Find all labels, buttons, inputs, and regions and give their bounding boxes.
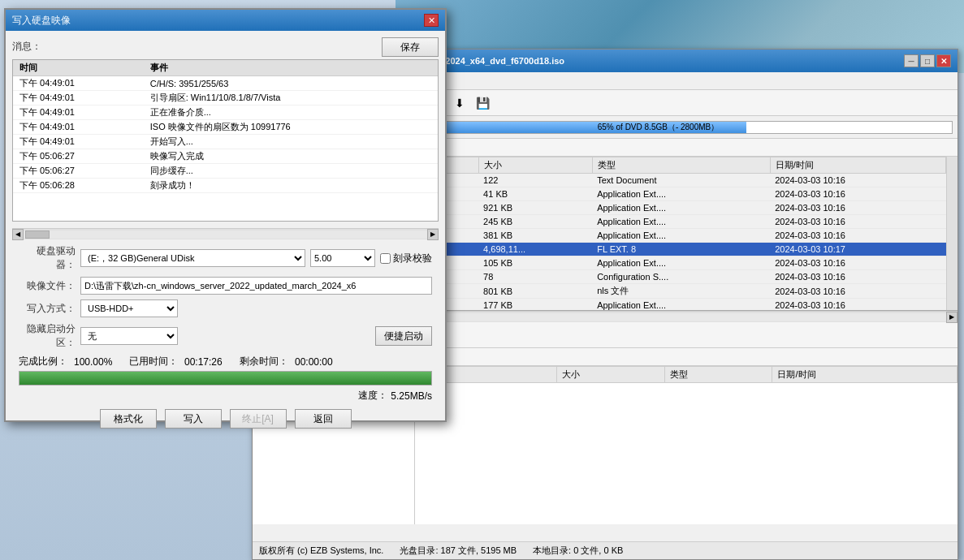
- return-button[interactable]: 返回: [295, 409, 352, 429]
- log-event: 正在准备介质...: [144, 106, 438, 120]
- dialog-titlebar: 写入硬盘映像 ✕: [6, 10, 445, 31]
- file-date: 2024-03-03 10:16: [770, 270, 945, 284]
- log-row: 下午 04:49:01C/H/S: 3951/255/63: [13, 76, 438, 91]
- image-input[interactable]: [80, 277, 432, 295]
- write-method-select[interactable]: USB-HDD+: [80, 299, 178, 317]
- progress-value: 100.00%: [74, 356, 123, 368]
- log-event: ISO 映像文件的扇区数为 10991776: [144, 120, 438, 135]
- file-size: 381 KB: [478, 229, 592, 243]
- log-event: 同步缓存...: [144, 164, 438, 179]
- file-date: 2024-03-03 10:16: [770, 187, 945, 201]
- messages-section: 消息： 保存 时间 事件 下午 04:49:01C/H/S: 3951/255/…: [12, 37, 439, 222]
- drive-select[interactable]: (E:，32 GB)General UDisk: [80, 249, 305, 267]
- file-date: 2024-03-03 10:16: [770, 215, 945, 229]
- col-header-type: 类型: [592, 157, 770, 174]
- log-row: 下午 04:49:01开始写入...: [13, 135, 438, 149]
- hide-partition-row: 隐藏启动分区： 无 便捷启动: [19, 322, 432, 350]
- time-remain-label: 剩余时间：: [240, 355, 288, 368]
- scroll-right[interactable]: ▶: [946, 312, 958, 323]
- file-date: 2024-03-03 10:16: [770, 284, 945, 299]
- msg-scroll-right[interactable]: ▶: [427, 229, 439, 240]
- verify-checkbox[interactable]: [380, 253, 391, 264]
- version-select[interactable]: 5.00: [310, 249, 375, 267]
- write-method-row: 写入方式： USB-HDD+: [19, 299, 432, 317]
- dialog-progress-bar: [19, 371, 432, 386]
- file-type: Application Ext....: [592, 215, 770, 229]
- file-size: 105 KB: [478, 256, 592, 270]
- log-row: 下午 05:06:28刻录成功！: [13, 179, 438, 193]
- lower-file-table: 文件名 大小 类型 日期/时间: [415, 366, 958, 383]
- messages-label: 消息：: [12, 40, 41, 54]
- file-type: Application Ext....: [592, 201, 770, 215]
- col-header-date: 日期/时间: [770, 157, 945, 174]
- file-size: 177 KB: [478, 299, 592, 311]
- stop-button[interactable]: 终止[A]: [230, 409, 287, 429]
- file-date: 2024-03-03 10:16: [770, 256, 945, 270]
- log-row: 下午 04:49:01引导扇区: Win11/10/8.1/8/7/Vista: [13, 91, 438, 106]
- file-date: 2024-03-03 10:17: [770, 243, 945, 256]
- status-local: 本地目录: 0 文件, 0 KB: [533, 545, 623, 557]
- upper-scrollbar[interactable]: [946, 157, 958, 310]
- log-event: 引导扇区: Win11/10/8.1/8/7/Vista: [144, 91, 438, 106]
- msg-scroll-thumb[interactable]: [25, 230, 50, 239]
- log-row: 下午 04:49:01ISO 映像文件的扇区数为 10991776: [13, 120, 438, 135]
- log-time: 下午 05:06:27: [13, 149, 144, 164]
- lower-col-size: 大小: [557, 367, 665, 383]
- file-type: Application Ext....: [592, 187, 770, 201]
- size-progress-bar: 65% of DVD 8.5GB（- 2800MB）: [364, 121, 953, 134]
- file-size: 78: [478, 270, 592, 284]
- toolbar-btn-10[interactable]: 💾: [472, 93, 493, 114]
- log-row: 下午 04:49:01正在准备介质...: [13, 106, 438, 120]
- lower-col-date: 日期/时间: [772, 367, 958, 383]
- progress-section: 完成比例： 100.00% 已用时间： 00:17:26 剩余时间： 00:00…: [19, 355, 432, 386]
- maximize-button[interactable]: □: [920, 54, 935, 67]
- hide-partition-label: 隐藏启动分区：: [19, 322, 76, 350]
- file-size: 41 KB: [478, 187, 592, 201]
- close-button[interactable]: ✕: [936, 54, 951, 67]
- msg-scroll-track[interactable]: [24, 230, 427, 239]
- verify-checkbox-label: 刻录校验: [380, 252, 432, 265]
- file-type: Application Ext....: [592, 299, 770, 311]
- dialog-progress-fill: [19, 372, 431, 385]
- time-remain-value: 00:00:00: [295, 356, 344, 368]
- file-size: 921 KB: [478, 201, 592, 215]
- write-dialog: 写入硬盘映像 ✕ 消息： 保存 时间 事件 下午 04:49:01: [4, 8, 447, 422]
- file-type: Application Ext....: [592, 229, 770, 243]
- file-type: Text Document: [592, 174, 770, 187]
- log-col-event: 事件: [144, 60, 438, 76]
- log-row: 下午 05:06:27映像写入完成: [13, 149, 438, 164]
- toolbar-btn-9[interactable]: ⬇: [449, 93, 470, 114]
- messages-box: 时间 事件 下午 04:49:01C/H/S: 3951/255/63下午 04…: [12, 59, 439, 222]
- msg-hscrollbar[interactable]: ◀ ▶: [12, 228, 439, 239]
- speed-label: 速度：: [358, 389, 387, 403]
- dialog-close-button[interactable]: ✕: [424, 14, 439, 27]
- file-size: 245 KB: [478, 215, 592, 229]
- save-button[interactable]: 保存: [382, 37, 439, 57]
- drive-label: 硬盘驱动器：: [19, 244, 76, 272]
- log-time: 下午 04:49:01: [13, 120, 144, 135]
- format-button[interactable]: 格式化: [100, 409, 157, 429]
- log-event: C/H/S: 3951/255/63: [144, 76, 438, 91]
- file-date: 2024-03-03 10:16: [770, 174, 945, 187]
- file-date: 2024-03-03 10:16: [770, 201, 945, 215]
- log-time: 下午 04:49:01: [13, 135, 144, 149]
- file-size: 122: [478, 174, 592, 187]
- log-table: 时间 事件 下午 04:49:01C/H/S: 3951/255/63下午 04…: [13, 60, 438, 193]
- progress-label: 完成比例：: [19, 355, 67, 368]
- file-type: Configuration S....: [592, 270, 770, 284]
- log-time: 下午 04:49:01: [13, 76, 144, 91]
- file-size: 801 KB: [478, 284, 592, 299]
- log-event: 映像写入完成: [144, 149, 438, 164]
- verify-label: 刻录校验: [393, 252, 432, 265]
- write-method-label: 写入方式：: [19, 302, 76, 316]
- speed-value: 5.25MB/s: [391, 390, 432, 402]
- quick-start-button[interactable]: 便捷启动: [375, 326, 432, 346]
- file-date: 2024-03-03 10:16: [770, 229, 945, 243]
- image-row: 映像文件：: [19, 277, 432, 295]
- write-button[interactable]: 写入: [165, 409, 222, 429]
- msg-scroll-left[interactable]: ◀: [12, 229, 24, 240]
- hide-partition-select[interactable]: 无: [80, 327, 178, 345]
- minimize-button[interactable]: ─: [904, 54, 919, 67]
- log-event: 刻录成功！: [144, 179, 438, 193]
- file-size: 4,698,11...: [478, 243, 592, 256]
